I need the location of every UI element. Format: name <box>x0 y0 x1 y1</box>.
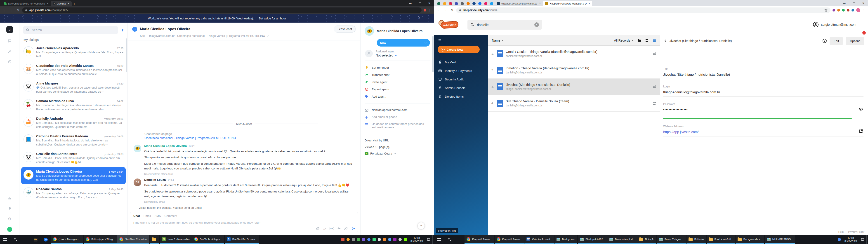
action-person-plus[interactable]: Invite agent <box>365 79 430 86</box>
chats-icon[interactable] <box>7 38 12 43</box>
action-tag[interactable]: Add tags... <box>365 93 430 100</box>
tray-icon[interactable] <box>341 238 344 241</box>
dialog-list-item[interactable]: 🐼Grazielle dos Santos serrayesterday, 09… <box>21 150 126 167</box>
composer-tab-chat[interactable]: Chat <box>133 214 140 218</box>
help-button[interactable]: ? <box>418 222 425 229</box>
browser-tab[interactable]: Keeper® Password Manager & D✕ <box>543 1 592 6</box>
notification-center-icon[interactable] <box>425 235 432 244</box>
tray-icon[interactable] <box>367 238 370 241</box>
pinned-tab[interactable] <box>447 1 454 6</box>
notification-center-icon[interactable] <box>859 235 866 244</box>
dialog-list-item[interactable]: 🐠Maria Clenilda Lopes Oliveira3 May, 14:… <box>21 167 126 184</box>
record-row[interactable]: 2.Inmotion - Thiago Varella (danielle@th… <box>488 62 660 79</box>
maximize-icon[interactable] <box>415 0 425 6</box>
visitor-location[interactable]: ◆ Fortaleza, Ceara <box>365 152 430 155</box>
action-bell[interactable]: Set reminder <box>365 64 430 71</box>
taskbar-app-button[interactable]: SFireShot Pro Screen... <box>225 235 259 244</box>
website-value[interactable]: https://app.jivosite.com/ <box>663 130 864 136</box>
assigned-agent-select[interactable]: Not selected <box>376 54 397 57</box>
pinned-tab[interactable] <box>442 1 447 6</box>
address-bar[interactable]: keepersecurity.com/vault/# <box>456 7 831 13</box>
show-desktop-button[interactable] <box>432 235 434 244</box>
pinned-tab[interactable] <box>454 1 459 6</box>
pinned-adobe-bridge-icon[interactable]: Br <box>31 235 41 244</box>
account-menu[interactable]: sergioroitman@msn.com <box>813 22 867 28</box>
composer-tab-sms[interactable]: SMS <box>154 214 161 218</box>
browser-menu-icon[interactable]: ⋮ <box>428 8 432 12</box>
extension-icon[interactable] <box>424 9 426 11</box>
action-transfer[interactable]: Transfer chat <box>365 71 430 79</box>
history-icon[interactable] <box>7 59 12 64</box>
clear-search-icon[interactable]: ✕ <box>534 22 539 27</box>
taskbar-app-button[interactable]: N*new 3 - Notepad++ <box>160 235 192 244</box>
pinned-meta-icon[interactable]: ∞ <box>41 235 51 244</box>
send-icon[interactable] <box>351 226 355 231</box>
list-view-icon[interactable] <box>652 38 656 42</box>
taskbar-app-button[interactable]: Keeper® Passw... <box>495 235 524 244</box>
vault-search-input[interactable]: danielle ✕ <box>467 20 542 30</box>
open-website-icon[interactable] <box>859 129 863 133</box>
create-new-button[interactable]: + Create New <box>438 45 480 53</box>
reload-icon[interactable]: ↻ <box>16 8 20 12</box>
composer-input[interactable]: |The client is not on the website right … <box>133 221 355 224</box>
start-button[interactable] <box>0 235 10 244</box>
hamburger-icon[interactable] <box>438 38 488 42</box>
message-composer[interactable]: ChatEmailSMSComment |The client is not o… <box>130 212 358 232</box>
tray-icon[interactable] <box>838 238 841 241</box>
pinned-tab[interactable] <box>489 1 495 6</box>
dialog-list-item[interactable]: 📘Carolina Beatriz Ferreira Padoamyesterd… <box>21 132 126 149</box>
new-tab-button[interactable]: + <box>72 1 77 6</box>
contact-scrollbar[interactable] <box>432 36 434 72</box>
status-dropdown[interactable]: New <box>377 39 430 47</box>
notifications-icon[interactable] <box>7 206 12 211</box>
footer-link-help[interactable]: Help <box>838 231 844 233</box>
dialog-list-item[interactable]: 🐹Claudenice dos Reis Almeida Santos16:32… <box>21 61 126 79</box>
chat-started-page-link[interactable]: Orientação nutricional - Thiago Varella … <box>145 136 354 140</box>
sidebar-item-admin-console[interactable]: Admin Console <box>434 84 488 92</box>
close-icon[interactable]: ✕ <box>859 0 868 6</box>
tab-close-icon[interactable]: ✕ <box>588 2 590 5</box>
reveal-password-eye-icon[interactable] <box>859 107 863 111</box>
attach-icon[interactable] <box>344 227 348 231</box>
folder-view-icon[interactable] <box>638 38 642 42</box>
info-icon[interactable] <box>822 39 827 43</box>
dialog-list-item[interactable]: 🍰Danielly Andradeyesterday, 10:25Me: Bom… <box>21 114 126 131</box>
taskbar-app-button[interactable]: Poses Thiago - ... <box>657 235 686 244</box>
taskbar-clock[interactable]: 17:5805/05/2020 <box>409 236 425 243</box>
dialogs-scrollbar[interactable] <box>126 38 127 72</box>
back-chevron-icon[interactable] <box>664 39 667 43</box>
new-tab-button[interactable]: + <box>592 1 598 6</box>
send-email-link[interactable]: Email <box>195 206 202 209</box>
maximize-icon[interactable] <box>849 0 859 6</box>
sidebar-item-security-audit[interactable]: Security Audit <box>434 75 488 84</box>
record-row[interactable]: 3.Jivochat (Site thiago / nutricionista:… <box>488 79 660 95</box>
taskbar-app-button[interactable]: DevTools - thiagov... <box>192 235 224 244</box>
taskbar-app-button[interactable]: Editadas <box>686 235 706 244</box>
browser-tab[interactable]: elizabeth.costa.bmg@hotmail.co✕ <box>495 1 543 6</box>
pinned-tab[interactable] <box>459 1 465 6</box>
record-row[interactable]: 1.Gmail / Gsuite - Thiago Varella (danie… <box>488 45 660 62</box>
tray-icon[interactable] <box>388 238 391 241</box>
browser-tab[interactable]: Live Chat Software for Websites |✕ <box>2 1 51 6</box>
pinned-tab[interactable] <box>471 1 477 6</box>
minimize-icon[interactable]: — <box>405 0 415 6</box>
chevron-down-icon[interactable] <box>267 35 269 37</box>
taskbar-app-button[interactable]: Blue-red-explod... <box>608 235 637 244</box>
browser-menu-icon[interactable]: ⋮ <box>862 8 866 12</box>
taskbar-app-button[interactable]: Edit snippet - Thiag... <box>84 235 117 244</box>
dialog-list-item[interactable]: 🐼Aline Marques14:20💤 Olá, boa tarde!!! B… <box>21 79 126 96</box>
pinned-tab[interactable] <box>483 1 489 6</box>
gif-icon[interactable]: GIF <box>330 227 334 230</box>
pinned-tab[interactable] <box>465 1 471 6</box>
search-input[interactable]: Search <box>23 26 118 34</box>
canned-response-icon[interactable] <box>337 227 341 231</box>
pinned-tab[interactable] <box>436 1 442 6</box>
taskbar-app-button[interactable]: MULHER ENGO... <box>765 235 795 244</box>
emoji-icon[interactable] <box>316 227 320 231</box>
taskbar-app-button[interactable]: JivoSite - Chromium <box>117 235 149 244</box>
forward-icon[interactable]: → <box>443 8 447 12</box>
tray-icon[interactable] <box>352 238 355 241</box>
settings-gear-icon[interactable]: ⚙ <box>7 216 12 221</box>
sort-by-name[interactable]: Name <box>492 39 504 42</box>
pinned-tab[interactable] <box>477 1 483 6</box>
